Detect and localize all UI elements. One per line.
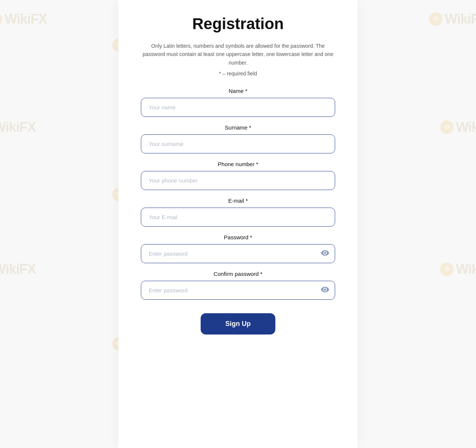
- watermark-top-right: ⟳ WikiFX: [429, 11, 476, 27]
- watermark-mid-right: ⟳ WikiFX: [440, 119, 476, 135]
- watermark-text-tr: WikiFX: [445, 11, 476, 27]
- name-label: Name *: [141, 88, 335, 94]
- signup-button[interactable]: Sign Up: [201, 313, 275, 335]
- page-title: Registration: [141, 15, 335, 33]
- name-input-wrapper: [141, 98, 335, 117]
- confirm-password-label: Confirm password *: [141, 271, 335, 277]
- description-text: Only Latin letters, numbers and symbols …: [141, 42, 335, 67]
- password-toggle-icon[interactable]: [321, 250, 329, 258]
- watermark-text-ml: WikiFX: [0, 119, 36, 135]
- watermark-bot-right: ⟳ WikiFX: [440, 261, 476, 277]
- watermark-bot-left: ⟳ WikiFX: [0, 261, 36, 277]
- confirm-password-input-wrapper: [141, 281, 335, 300]
- name-input[interactable]: [141, 98, 335, 117]
- password-input-wrapper: [141, 244, 335, 263]
- watermark-logo-tr: ⟳: [429, 12, 442, 26]
- watermark-text-br: WikiFX: [456, 261, 476, 277]
- required-note: * – required field: [141, 71, 335, 77]
- watermark-mid-left: ⟳ WikiFX: [0, 119, 36, 135]
- main-content: Registration Only Latin letters, numbers…: [118, 0, 358, 448]
- email-group: E-mail *: [141, 197, 335, 227]
- phone-group: Phone number *: [141, 161, 335, 190]
- password-label: Password *: [141, 234, 335, 240]
- watermark-logo: ⟳: [0, 12, 2, 26]
- page-wrapper: ⟳ WikiFX ⟳ WikiFX ⟳ WikiFX ⟳ WikiFX ⟳ Wi…: [0, 0, 476, 448]
- watermark-text: WikiFX: [4, 11, 47, 27]
- phone-input-wrapper: [141, 171, 335, 190]
- surname-label: Surname *: [141, 124, 335, 131]
- confirm-password-toggle-icon[interactable]: [321, 286, 329, 294]
- password-input[interactable]: [141, 244, 335, 263]
- watermark-logo-br: ⟳: [440, 262, 454, 276]
- watermark-logo-mr: ⟳: [440, 121, 454, 134]
- name-group: Name *: [141, 88, 335, 117]
- email-input-wrapper: [141, 208, 335, 227]
- watermark-text-mr: WikiFX: [456, 119, 476, 135]
- phone-input[interactable]: [141, 171, 335, 190]
- password-group: Password *: [141, 234, 335, 263]
- surname-input-wrapper: [141, 134, 335, 153]
- surname-input[interactable]: [141, 134, 335, 153]
- watermark-text-bl: WikiFX: [0, 261, 36, 277]
- email-input[interactable]: [141, 208, 335, 227]
- watermark-top-left: ⟳ WikiFX: [0, 11, 47, 27]
- registration-form: Name * Surname * Phone number *: [141, 88, 335, 335]
- surname-group: Surname *: [141, 124, 335, 153]
- email-label: E-mail *: [141, 197, 335, 204]
- confirm-password-group: Confirm password *: [141, 271, 335, 300]
- confirm-password-input[interactable]: [141, 281, 335, 300]
- phone-label: Phone number *: [141, 161, 335, 167]
